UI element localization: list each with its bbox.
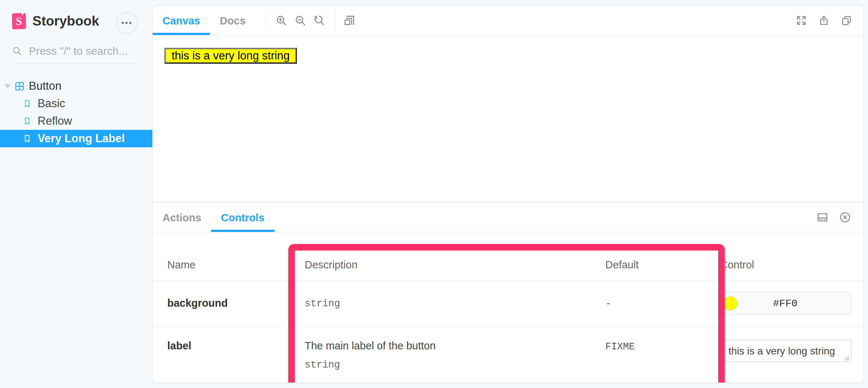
arg-name: background bbox=[167, 297, 228, 309]
color-control[interactable]: #FF0 bbox=[719, 292, 852, 315]
panel-right-icons bbox=[813, 208, 863, 227]
table-row-background: background string - #FF0 bbox=[153, 281, 863, 327]
copy-icon bbox=[841, 15, 852, 26]
component-icon bbox=[15, 81, 24, 91]
preview-button[interactable]: this is a very long string bbox=[164, 48, 297, 64]
resize-handle-icon[interactable] bbox=[844, 355, 850, 361]
zoom-reset-button[interactable] bbox=[310, 11, 329, 30]
outline-toggle-button[interactable] bbox=[340, 11, 359, 30]
sidebar-item-basic[interactable]: Basic bbox=[0, 95, 152, 112]
addon-panel-tabbar: Actions Controls bbox=[153, 203, 863, 232]
share-button[interactable] bbox=[814, 11, 833, 30]
brand: S Storybook bbox=[12, 13, 99, 29]
search-bar bbox=[12, 44, 138, 64]
panel-position-button[interactable] bbox=[813, 208, 832, 227]
tree-node-button[interactable]: Button bbox=[0, 77, 152, 95]
table-row-label: label The main label of the button strin… bbox=[153, 327, 863, 383]
arg-default: FIXME bbox=[605, 341, 635, 352]
bookmark-icon bbox=[23, 117, 32, 126]
close-panel-button[interactable] bbox=[836, 208, 855, 227]
tab-label: Actions bbox=[163, 212, 201, 224]
table-header-row: Name Description Default Control bbox=[153, 232, 863, 281]
zoom-out-button[interactable] bbox=[291, 11, 310, 30]
text-control[interactable]: this is a very long string bbox=[719, 340, 852, 362]
share-icon bbox=[818, 15, 829, 26]
storybook-logo-icon: S bbox=[12, 13, 26, 30]
chevron-down-icon[interactable] bbox=[4, 84, 11, 88]
sidebar-item-very-long-label[interactable]: Very Long Label bbox=[0, 130, 152, 147]
color-value: #FF0 bbox=[720, 298, 851, 309]
close-icon bbox=[839, 211, 851, 224]
search-icon bbox=[12, 46, 22, 56]
bookmark-icon bbox=[23, 134, 32, 143]
arg-description: The main label of the button bbox=[305, 340, 436, 352]
tab-actions[interactable]: Actions bbox=[153, 203, 211, 232]
bookmark-icon bbox=[23, 99, 32, 108]
controls-table: Name Description Default Control backgro… bbox=[153, 232, 863, 383]
toolbar-divider bbox=[335, 12, 336, 29]
tab-canvas[interactable]: Canvas bbox=[153, 6, 210, 35]
column-header-name: Name bbox=[167, 259, 195, 271]
tab-label: Canvas bbox=[163, 15, 200, 27]
toolbar-right-icons bbox=[792, 11, 863, 30]
arg-name: label bbox=[167, 340, 191, 352]
column-header-control: Control bbox=[720, 259, 754, 271]
panel-position-icon bbox=[817, 212, 828, 223]
zoom-in-button[interactable] bbox=[272, 11, 291, 30]
story-canvas: this is a very long string bbox=[153, 35, 863, 202]
column-header-default: Default bbox=[605, 259, 639, 271]
ellipsis-icon: ••• bbox=[121, 18, 132, 28]
outline-icon bbox=[344, 15, 355, 26]
search-input[interactable] bbox=[28, 44, 138, 58]
preview-toolbar: Canvas Docs bbox=[153, 6, 863, 35]
fullscreen-icon bbox=[796, 15, 807, 26]
preview-card: Canvas Docs bbox=[152, 5, 864, 383]
fullscreen-button[interactable] bbox=[792, 11, 811, 30]
story-label: Very Long Label bbox=[38, 132, 125, 145]
toolbar-divider bbox=[266, 12, 266, 29]
arg-type: string bbox=[305, 360, 340, 370]
zoom-out-icon bbox=[294, 15, 306, 26]
zoom-in-icon bbox=[275, 15, 287, 26]
story-tree: Button Basic Reflow Very Long Label bbox=[0, 77, 152, 147]
tab-label: Controls bbox=[221, 212, 264, 224]
arg-type: string bbox=[305, 298, 340, 309]
story-label: Reflow bbox=[38, 115, 72, 128]
tab-label: Docs bbox=[220, 15, 246, 27]
zoom-reset-icon bbox=[313, 15, 325, 26]
copy-link-button[interactable] bbox=[837, 11, 856, 30]
tree-node-label: Button bbox=[29, 79, 62, 93]
arg-default: - bbox=[605, 298, 611, 309]
logo-notch bbox=[21, 13, 24, 16]
logo-letter: S bbox=[16, 15, 22, 27]
sidebar-menu-button[interactable]: ••• bbox=[116, 12, 138, 34]
sidebar: S Storybook ••• Button Basic bbox=[0, 0, 152, 388]
brand-title: Storybook bbox=[32, 13, 99, 29]
column-header-description: Description bbox=[305, 259, 357, 271]
story-label: Basic bbox=[38, 97, 65, 110]
tab-docs[interactable]: Docs bbox=[210, 6, 255, 35]
tab-controls[interactable]: Controls bbox=[211, 203, 274, 232]
sidebar-item-reflow[interactable]: Reflow bbox=[0, 112, 152, 130]
